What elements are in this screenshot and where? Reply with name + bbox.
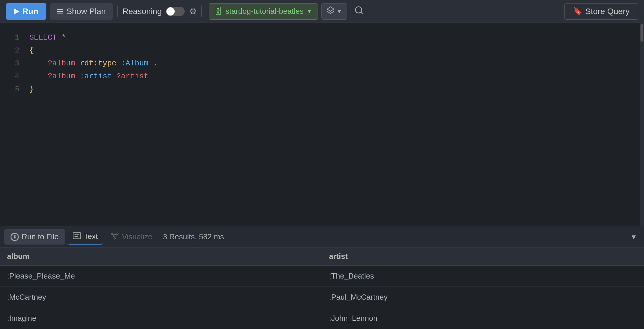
code-line-3: ?album rdf:type :Album . (29, 57, 634, 70)
show-plan-button[interactable]: Show Plan (50, 3, 113, 20)
editor-scrollbar[interactable] (640, 23, 644, 226)
code-line-1: SELECT * (29, 31, 634, 44)
cell-album-3: :Imagine (0, 308, 322, 329)
divider (117, 6, 118, 17)
results-info: 3 Results, 582 ms (163, 232, 224, 241)
editor-area: 1 2 3 4 5 SELECT * { ?album rdf:type :Al… (0, 23, 644, 226)
store-query-label: Store Query (585, 7, 630, 16)
layers-button[interactable]: ▼ (321, 3, 347, 20)
svg-point-8 (117, 233, 118, 235)
line-number: 4 (6, 70, 19, 83)
line-number: 2 (6, 44, 19, 57)
reasoning-toggle[interactable] (166, 7, 185, 16)
line-number: 5 (6, 83, 19, 96)
album-class: :Album (121, 57, 149, 70)
download-icon: ⬇ (11, 233, 19, 241)
svg-line-2 (361, 12, 363, 14)
chevron-down-icon: ▼ (306, 8, 312, 15)
toolbar: Run Show Plan Reasoning ⚙ 🗄 stardog-tuto… (0, 0, 644, 23)
code-line-4: ?album :artist ?artist (29, 70, 634, 83)
svg-rect-3 (73, 233, 81, 239)
column-header-album: album (0, 247, 322, 265)
database-icon: 🗄 (214, 6, 222, 16)
text-icon (73, 232, 81, 241)
run-button[interactable]: Run (6, 3, 46, 20)
cell-album-1: :Please_Please_Me (0, 266, 322, 286)
toggle-thumb (166, 7, 175, 16)
svg-point-1 (355, 7, 362, 13)
column-header-artist: artist (322, 247, 644, 265)
table-row: :Please_Please_Me :The_Beatles (0, 266, 644, 287)
show-plan-label: Show Plan (66, 7, 106, 16)
code-editor[interactable]: SELECT * { ?album rdf:type :Album . ?alb… (23, 23, 640, 226)
cell-album-2: :McCartney (0, 287, 322, 308)
play-icon (14, 9, 19, 14)
visualize-tab-button[interactable]: Visualize (105, 229, 158, 245)
code-line-5: } (29, 83, 634, 96)
svg-line-11 (116, 234, 117, 235)
table-row: :McCartney :Paul_McCartney (0, 287, 644, 308)
var-album1: ?album (48, 57, 75, 70)
layers-chevron-icon: ▼ (336, 8, 342, 15)
bottom-toolbar: ⬇ Run to File Text (0, 226, 644, 247)
open-brace: { (29, 44, 34, 57)
artist-prop: :artist (80, 70, 112, 83)
code-line-2: { (29, 44, 634, 57)
bookmark-icon: 🔖 (573, 7, 582, 16)
cell-artist-3: :John_Lennon (322, 308, 644, 329)
run-to-file-label: Run to File (22, 232, 59, 241)
line-number: 3 (6, 57, 19, 70)
visualize-icon (111, 232, 119, 242)
var-album2: ?album (48, 70, 75, 83)
bottom-panel: ⬇ Run to File Text (0, 226, 644, 329)
reasoning-section: Reasoning (122, 7, 185, 16)
line-number: 1 (6, 31, 19, 44)
plan-icon (57, 9, 63, 13)
run-to-file-button[interactable]: ⬇ Run to File (4, 229, 65, 245)
expand-button[interactable]: ▾ (628, 230, 640, 244)
reasoning-label: Reasoning (122, 7, 162, 16)
svg-marker-0 (327, 7, 334, 11)
database-name: stardog-tutorial-beatles (225, 7, 304, 16)
store-query-button[interactable]: 🔖 Store Query (564, 3, 638, 20)
text-tab-button[interactable]: Text (68, 229, 103, 245)
keyword-select: SELECT (29, 31, 57, 44)
gear-icon[interactable]: ⚙ (189, 6, 197, 16)
chevron-down-icon2: ▾ (632, 232, 636, 241)
svg-point-9 (114, 238, 116, 239)
close-brace: } (29, 83, 34, 96)
svg-line-10 (113, 234, 114, 235)
svg-point-7 (112, 233, 113, 235)
rdf-type: rdf:type (80, 57, 117, 70)
cell-artist-2: :Paul_McCartney (322, 287, 644, 308)
database-selector[interactable]: 🗄 stardog-tutorial-beatles ▼ (209, 3, 318, 20)
var-artist: ?artist (116, 70, 148, 83)
search-icon (354, 6, 364, 17)
layers-icon (326, 6, 335, 16)
divider2 (201, 6, 202, 17)
scrollbar-thumb (640, 24, 643, 42)
visualize-label: Visualize (122, 232, 152, 241)
search-button[interactable] (351, 3, 367, 20)
table-row: :Imagine :John_Lennon (0, 308, 644, 329)
text-label: Text (84, 232, 98, 241)
results-header: album artist (0, 247, 644, 266)
results-rows: :Please_Please_Me :The_Beatles :McCartne… (0, 266, 644, 329)
cell-artist-1: :The_Beatles (322, 266, 644, 286)
run-label: Run (22, 7, 38, 16)
line-numbers: 1 2 3 4 5 (0, 23, 23, 226)
